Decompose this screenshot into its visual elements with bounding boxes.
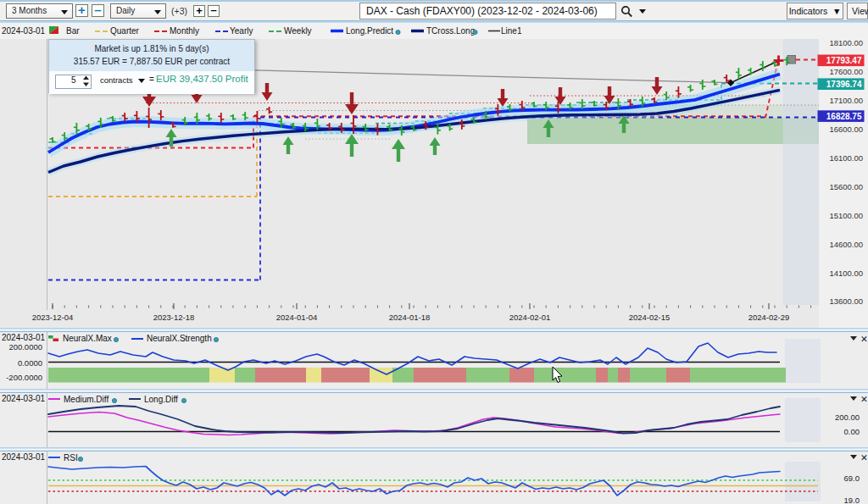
svg-text:0.00: 0.00 [844,427,860,436]
svg-text:2024-03-01: 2024-03-01 [2,394,46,403]
svg-text:2023-12-04: 2023-12-04 [32,313,74,322]
svg-text:17100.00: 17100.00 [829,96,863,105]
svg-text:16600.00: 16600.00 [829,125,863,134]
svg-text:15600.00: 15600.00 [829,182,863,191]
svg-text:2024-02-01: 2024-02-01 [509,313,551,322]
svg-text:-200.0000: -200.0000 [6,373,42,382]
svg-text:0.0000: 0.0000 [18,358,42,368]
svg-text:69.0: 69.0 [844,474,860,483]
svg-text:2024-01-18: 2024-01-18 [389,313,431,322]
svg-text:RSI: RSI [64,453,78,462]
svg-text:13600.00: 13600.00 [829,296,863,306]
svg-text:200.0000: 200.0000 [8,342,42,352]
svg-text:17396.74: 17396.74 [826,80,862,89]
svg-text:Long.Diff: Long.Diff [144,395,178,404]
svg-text:2024-01-04: 2024-01-04 [276,313,318,322]
svg-text:✕: ✕ [860,334,868,344]
svg-text:Medium.Diff: Medium.Diff [64,395,108,404]
svg-text:2024-02-29: 2024-02-29 [748,313,790,322]
svg-text:18100.00: 18100.00 [829,38,863,47]
svg-text:14100.00: 14100.00 [829,269,863,278]
svg-text:16828.75: 16828.75 [826,112,862,121]
svg-text:16100.00: 16100.00 [829,153,863,163]
svg-text:2024-03-01: 2024-03-01 [2,452,46,462]
svg-text:NeuralX.Strength: NeuralX.Strength [147,334,212,343]
svg-text:2024-02-15: 2024-02-15 [629,313,670,322]
svg-text:2023-12-18: 2023-12-18 [153,313,195,322]
svg-text:15100.00: 15100.00 [829,211,863,220]
svg-text:17600.00: 17600.00 [829,67,863,76]
svg-text:NeuralX.Max: NeuralX.Max [63,334,112,343]
svg-text:17793.47: 17793.47 [826,56,862,65]
svg-text:200.00: 200.00 [835,413,860,422]
svg-text:✕: ✕ [860,452,868,462]
svg-text:19.0: 19.0 [844,496,860,504]
svg-text:14600.00: 14600.00 [829,240,863,249]
svg-text:2024-03-01: 2024-03-01 [2,333,46,342]
svg-text:✕: ✕ [860,394,868,404]
